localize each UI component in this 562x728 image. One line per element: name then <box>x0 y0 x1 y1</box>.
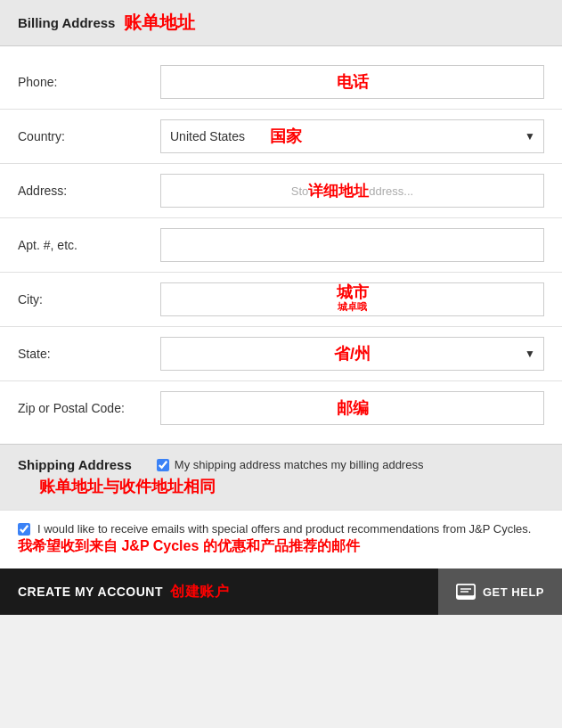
shipping-header-row: Shipping Address My shipping address mat… <box>18 457 544 472</box>
billing-title: Billing Address <box>18 15 115 30</box>
country-field-wrap: United States 国家 ▼ <box>160 119 544 153</box>
billing-title-chinese: 账单地址 <box>124 11 195 35</box>
email-optin-text: I would like to receive emails with spec… <box>37 521 531 537</box>
billing-address-header: Billing Address 账单地址 <box>0 0 562 46</box>
state-select-wrap: 省/州 ▼ <box>160 337 544 371</box>
zip-field-wrap: 邮编 <box>160 391 544 425</box>
create-account-chinese: 创建账户 <box>170 583 229 601</box>
country-row: Country: United States 国家 ▼ <box>0 110 562 163</box>
shipping-section: Shipping Address My shipping address mat… <box>0 444 562 510</box>
city-label: City: <box>18 292 160 307</box>
apt-label: Apt. #, etc. <box>18 238 160 252</box>
apt-row: Apt. #, etc. <box>0 218 562 272</box>
zip-row: Zip or Postal Code: 邮编 <box>0 381 562 435</box>
country-select[interactable]: United States <box>160 119 544 153</box>
city-input[interactable] <box>160 282 544 316</box>
zip-input-wrapper: 邮编 <box>160 391 544 425</box>
state-label: State: <box>18 347 160 361</box>
billing-form: Phone: 电话 Why do we need this? Country: … <box>0 46 562 444</box>
address-field-wrap: Sto详细地址ddress... <box>160 174 544 208</box>
email-chinese-wrap: 我希望收到来自 J&P Cycles 的优惠和产品推荐的邮件 <box>18 537 544 556</box>
apt-field-wrap <box>160 228 544 262</box>
shipping-checkbox-wrap: My shipping address matches my billing a… <box>157 458 424 471</box>
email-optin-checkbox[interactable] <box>18 523 30 536</box>
address-row: Address: Sto详细地址ddress... <box>0 164 562 217</box>
city-row: City: 城市 城卓哦 <box>0 273 562 326</box>
state-select[interactable] <box>160 337 544 371</box>
svg-rect-0 <box>457 585 475 596</box>
address-input-wrapper: Sto详细地址ddress... <box>160 174 544 208</box>
address-input[interactable] <box>160 174 544 208</box>
shipping-matches-label: My shipping address matches my billing a… <box>175 458 424 471</box>
chat-icon <box>456 584 476 600</box>
get-help-label: GET HELP <box>483 585 544 599</box>
apt-input[interactable] <box>160 228 544 262</box>
phone-row: Phone: 电话 Why do we need this? <box>0 55 562 109</box>
shipping-chinese: 账单地址与收件地址相同 <box>18 476 544 497</box>
footer-bar: CREATE MY ACCOUNT 创建账户 GET HELP <box>0 568 562 615</box>
state-field-wrap: 省/州 ▼ <box>160 337 544 371</box>
city-field-wrap: 城市 城卓哦 <box>160 282 544 316</box>
shipping-chinese-text: 账单地址与收件地址相同 <box>39 478 216 495</box>
state-row: State: 省/州 ▼ <box>0 327 562 380</box>
phone-input[interactable] <box>160 65 544 99</box>
phone-label: Phone: <box>18 75 160 89</box>
chat-icon-svg <box>456 584 476 600</box>
phone-field-wrap: 电话 <box>160 65 544 99</box>
create-account-button[interactable]: CREATE MY ACCOUNT 创建账户 <box>0 568 438 615</box>
shipping-matches-checkbox[interactable] <box>157 459 169 471</box>
email-checkbox-row: I would like to receive emails with spec… <box>18 521 544 537</box>
email-section: I would like to receive emails with spec… <box>0 510 562 568</box>
city-input-wrapper: 城市 城卓哦 <box>160 282 544 316</box>
shipping-title: Shipping Address <box>18 457 132 472</box>
create-account-label: CREATE MY ACCOUNT <box>18 585 163 599</box>
zip-label: Zip or Postal Code: <box>18 401 160 415</box>
zip-input[interactable] <box>160 391 544 425</box>
country-label: Country: <box>18 129 160 143</box>
address-label: Address: <box>18 184 160 198</box>
country-select-wrap: United States 国家 ▼ <box>160 119 544 153</box>
get-help-button[interactable]: GET HELP <box>438 568 562 615</box>
email-chinese-text: 我希望收到来自 J&P Cycles 的优惠和产品推荐的邮件 <box>18 538 360 553</box>
phone-input-wrapper: 电话 <box>160 65 544 99</box>
